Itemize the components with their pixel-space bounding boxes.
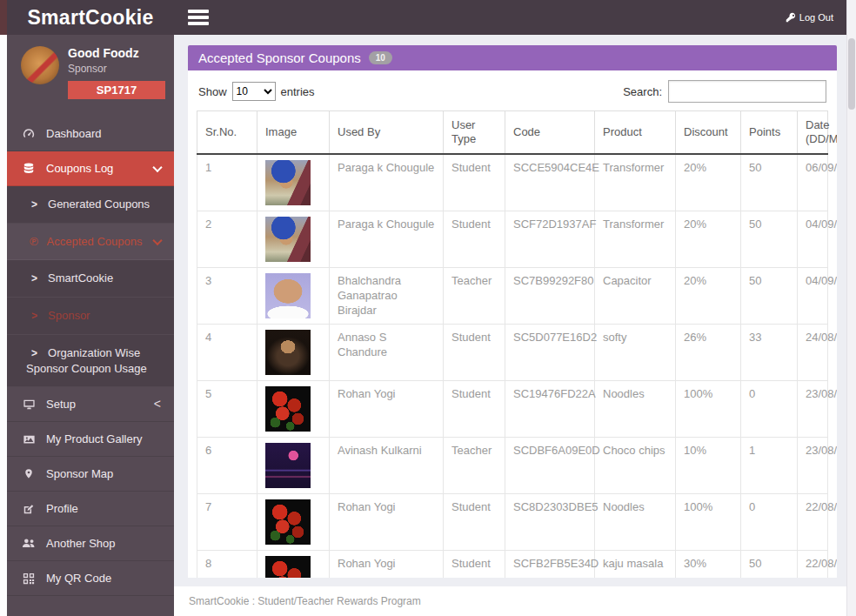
coupons-table-body: 1Paraga k ChouguleStudentSCCE5904CE4ETra…: [197, 154, 828, 578]
footer: SmartCookie : Student/Teacher Rewards Pr…: [174, 586, 847, 616]
cell-product: Noodles: [595, 381, 676, 438]
sidebar-item-my-product-gallery[interactable]: My Product Gallery: [7, 422, 174, 457]
show-label: Show: [198, 85, 227, 98]
cell-code: SC19476FD22A: [505, 381, 595, 438]
image-icon: [21, 433, 37, 445]
scrollbar-track[interactable]: [846, 0, 856, 616]
sidebar-item-label: Generated Coupons: [48, 198, 150, 211]
column-header-discount: Discount: [676, 111, 741, 155]
cell-points: 50: [741, 268, 798, 325]
sidebar-item-label: SmartCookie: [48, 271, 113, 285]
page-size-select[interactable]: 10: [232, 82, 276, 101]
cell-sr_no: 4: [197, 325, 257, 381]
edit-pencil-icon: [21, 503, 37, 515]
cell-image: [257, 551, 330, 579]
column-header-user_type: User Type: [444, 111, 505, 155]
cell-sr_no: 7: [197, 494, 257, 551]
panel-title-bar: Accepted Sponsor Coupons 10: [188, 45, 837, 70]
logout-button[interactable]: Log Out: [786, 12, 833, 23]
cell-sr_no: 1: [197, 154, 257, 211]
cell-date: 22/08/2018: [798, 551, 828, 579]
user-photo: [265, 499, 311, 545]
column-header-code: Code: [505, 111, 595, 155]
sidebar-item-org-wise-sponsor-coupon-usage[interactable]: >Organization Wise Sponsor Coupon Usage: [7, 335, 174, 387]
footer-text: SmartCookie : Student/Teacher Rewards Pr…: [189, 595, 421, 607]
chevron-down-icon: [152, 235, 162, 244]
cell-product: Choco chips: [595, 438, 676, 494]
cell-code: SCCE5904CE4E: [505, 154, 595, 211]
cell-image: [257, 268, 330, 325]
cell-sr_no: 3: [197, 268, 257, 325]
column-header-image: Image: [257, 111, 330, 155]
panel-body: Show 10 entries Search: Sr.No.ImageUsed …: [188, 70, 837, 578]
cell-image: [257, 381, 330, 438]
coupons-panel: Accepted Sponsor Coupons 10 Show 10 entr…: [188, 45, 837, 578]
cell-sr_no: 5: [197, 381, 257, 438]
avatar[interactable]: [21, 46, 59, 84]
sidebar-item-profile[interactable]: Profile: [7, 492, 174, 526]
table-row: 5Rohan YogiStudentSC19476FD22ANoodles100…: [197, 381, 828, 438]
show-entries-control: Show 10 entries: [198, 82, 315, 101]
cell-date: 23/08/2018: [798, 381, 828, 438]
sidebar-item-label: Organization Wise Sponsor Coupon Usage: [26, 346, 147, 375]
sidebar-item-coupons-log[interactable]: Coupons Log: [7, 151, 174, 186]
cell-date: 23/08/2018: [798, 438, 828, 494]
key-icon: [786, 12, 796, 23]
sidebar-item-label: Setup: [46, 398, 76, 411]
sponsor-id-badge: SP1717: [68, 81, 165, 99]
sidebar-item-dashboard[interactable]: Dashboard: [7, 117, 174, 151]
app-logo[interactable]: SmartCookie: [7, 0, 174, 35]
cell-discount: 20%: [676, 154, 741, 211]
cell-product: softy: [595, 325, 676, 381]
search-control: Search:: [623, 80, 826, 103]
cell-discount: 100%: [676, 494, 741, 551]
cell-discount: 30%: [676, 551, 741, 579]
count-badge: 10: [369, 51, 392, 64]
panel-title: Accepted Sponsor Coupons: [198, 50, 361, 65]
user-photo: [265, 160, 311, 205]
cell-used_by: Paraga k Chougule: [330, 154, 444, 211]
cell-date: 04/09/2018: [798, 268, 828, 325]
sidebar-item-generated-coupons[interactable]: >Generated Coupons: [7, 186, 174, 224]
cell-code: SC7B99292F80: [505, 268, 595, 325]
chevron-left-icon: <: [154, 397, 161, 411]
sidebar-item-label: Coupons Log: [46, 162, 113, 175]
sidebar-item-setup[interactable]: Setup <: [7, 387, 174, 422]
coupons-log-submenu: >Generated Coupons ℗Accepted Coupons >Sm…: [7, 186, 174, 387]
sidebar-item-sponsor-map[interactable]: Sponsor Map: [7, 457, 174, 492]
map-marker-icon: [21, 467, 37, 480]
table-row: 6Avinash KulkarniTeacherSCDBF6A09E0DChoc…: [197, 438, 828, 494]
user-role: Sponsor: [68, 63, 165, 75]
sidebar-item-accepted-coupons[interactable]: ℗Accepted Coupons: [7, 224, 174, 260]
cell-discount: 20%: [676, 268, 741, 325]
user-photo: [265, 386, 311, 432]
search-input[interactable]: [668, 80, 826, 103]
column-header-date: Date (DD/MM/YYYY): [798, 111, 828, 155]
sidebar-item-smartcookie[interactable]: >SmartCookie: [7, 260, 174, 298]
cell-used_by: Annaso S Chandure: [330, 325, 444, 381]
cell-date: 06/09/2018: [798, 154, 828, 211]
cell-date: 24/08/2018: [798, 325, 828, 381]
sidebar-item-my-qr-code[interactable]: My QR Code: [7, 561, 174, 596]
cell-sr_no: 2: [197, 211, 257, 268]
user-photo: [265, 273, 311, 318]
menu-toggle-icon[interactable]: [188, 10, 209, 25]
cell-sr_no: 8: [197, 551, 257, 579]
cell-points: 1: [741, 438, 798, 494]
cell-product: Capacitor: [595, 268, 676, 325]
scrollbar-thumb[interactable]: [848, 38, 855, 110]
sidebar-item-another-shop[interactable]: Another Shop: [7, 526, 174, 561]
cell-product: Noodles: [595, 494, 676, 551]
cell-code: SC5D077E16D2: [505, 325, 595, 381]
cell-user_type: Student: [444, 211, 505, 268]
sidebar-item-label: Accepted Coupons: [47, 235, 143, 248]
top-header: SmartCookie Log Out: [7, 0, 847, 35]
cell-user_type: Student: [444, 154, 505, 211]
cell-discount: 20%: [676, 211, 741, 268]
cell-used_by: Paraga k Chougule: [330, 211, 444, 268]
sidebar-item-sponsor[interactable]: >Sponsor: [7, 298, 174, 335]
cell-user_type: Student: [444, 381, 505, 438]
table-header-row: Sr.No.ImageUsed ByUser TypeCodeProductDi…: [197, 111, 828, 155]
cell-used_by: Avinash Kulkarni: [330, 438, 444, 494]
entries-label: entries: [281, 85, 315, 98]
